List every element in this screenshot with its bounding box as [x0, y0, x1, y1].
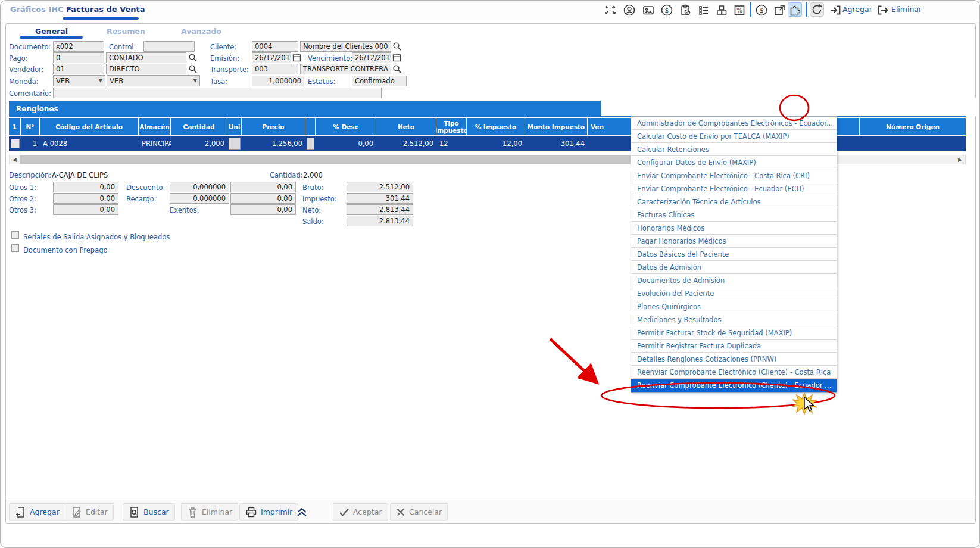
vendedor-search-icon[interactable]: [188, 64, 198, 74]
grid-col-header-blank[interactable]: [305, 118, 316, 135]
menu-item[interactable]: Documentos de Admisión: [631, 274, 837, 287]
transporte-code-input[interactable]: 003: [252, 64, 298, 74]
menu-item[interactable]: Pagar Honorarios Médicos: [631, 235, 837, 248]
pago-code-input[interactable]: 0: [53, 52, 104, 63]
grid-col-header-sel[interactable]: 1: [9, 118, 21, 135]
row-cell-almacen[interactable]: PRINCIPAL: [139, 136, 171, 151]
row-cell-num[interactable]: 1: [21, 136, 40, 151]
grid-col-header-codigo[interactable]: Código del Artículo: [40, 118, 139, 135]
row-select-checkbox[interactable]: [9, 136, 21, 151]
menu-item[interactable]: Reenviar Comprobante Electrónico (Client…: [631, 379, 837, 392]
grid-col-header-tipo[interactable]: Tipo Impuesto: [436, 118, 467, 135]
vendedor-code-input[interactable]: 01: [53, 64, 104, 74]
row-cell-pct[interactable]: 12,00: [467, 136, 525, 151]
menu-item[interactable]: Planes Quirúrgicos: [631, 300, 837, 313]
remove-row-icon[interactable]: [876, 3, 890, 17]
seriales-checkbox[interactable]: [11, 231, 19, 239]
transporte-name-input[interactable]: TRANSPORTE CONTRERA: [300, 64, 391, 74]
eliminar-button[interactable]: Eliminar: [181, 503, 238, 521]
menu-item[interactable]: Honorarios Médicos: [631, 222, 837, 235]
recargo-factor-input[interactable]: 0,000000: [170, 193, 229, 204]
row-cell-precio[interactable]: 1.256,00: [242, 136, 305, 151]
image-icon[interactable]: [641, 3, 656, 17]
add-row-icon[interactable]: [828, 3, 842, 17]
pago-name-input[interactable]: CONTADO: [106, 52, 186, 63]
menu-item[interactable]: Evolución del Paciente: [631, 287, 837, 300]
otros2-input[interactable]: 0,00: [53, 193, 118, 204]
menu-item[interactable]: Caracterización Técnica de Artículos: [631, 195, 837, 208]
grid-col-header-origen[interactable]: Número Origen: [860, 118, 966, 135]
menu-item[interactable]: Calcular Costo de Envío por TEALCA (MAXI…: [631, 130, 837, 143]
tab-graficos-ihc[interactable]: Gráficos IHC: [10, 5, 64, 14]
refresh-icon[interactable]: [810, 2, 824, 17]
menu-item[interactable]: Detalles Renglones Cotizaciones (PRNW): [631, 353, 837, 366]
imprimir-button[interactable]: Imprimir: [239, 503, 298, 521]
row-cell-tipo[interactable]: 12: [436, 136, 467, 151]
menu-item[interactable]: Datos de Admisión: [631, 261, 837, 274]
grid-eliminar-label[interactable]: Eliminar: [891, 5, 922, 14]
grid-col-header-almacen[interactable]: Almacén: [139, 118, 171, 135]
row-cell-origen[interactable]: [860, 136, 966, 151]
grid-col-header-desc[interactable]: % Desc: [316, 118, 376, 135]
cliente-name-input[interactable]: Nombre del Clientes 000: [300, 41, 391, 52]
transporte-search-icon[interactable]: [392, 64, 402, 74]
editar-button[interactable]: Editar: [65, 503, 114, 521]
scroll-left-icon[interactable]: ◀: [10, 156, 19, 164]
clipboard-check-icon[interactable]: [678, 3, 692, 17]
moneda-select-1[interactable]: VEB ▼: [53, 75, 105, 86]
cancelar-button[interactable]: Cancelar: [390, 503, 448, 521]
otros1-input[interactable]: 0,00: [53, 182, 118, 192]
grid-col-header-pct[interactable]: % Impuesto: [467, 118, 525, 135]
tab-facturas-de-venta[interactable]: Facturas de Venta: [66, 5, 145, 14]
row-uni-button[interactable]: [227, 136, 242, 151]
percent-calc-icon[interactable]: %: [732, 3, 747, 17]
row-checkbox[interactable]: [11, 139, 20, 148]
pago-search-icon[interactable]: [188, 53, 198, 63]
list-icon[interactable]: [697, 3, 711, 17]
grid-col-header-uni[interactable]: Uni: [227, 118, 242, 135]
money-icon[interactable]: $: [660, 3, 674, 17]
grid-col-header-precio[interactable]: Precio: [242, 118, 305, 135]
moneda-select-2[interactable]: VEB ▼: [107, 75, 200, 86]
collapse-toolbar-button[interactable]: [293, 503, 311, 521]
prepago-checkbox[interactable]: [11, 244, 19, 252]
subtab-general[interactable]: General: [35, 27, 68, 36]
emision-calendar-icon[interactable]: [292, 53, 302, 63]
row-cell-desc[interactable]: 0,00: [316, 136, 376, 151]
cliente-search-icon[interactable]: [392, 42, 402, 51]
resize-arrows-icon[interactable]: [603, 3, 617, 17]
descuento-factor-input[interactable]: 0,000000: [170, 182, 229, 192]
menu-item[interactable]: Facturas Clínicas: [631, 208, 837, 222]
grid-agregar-label[interactable]: Agregar: [842, 5, 872, 14]
vencimiento-calendar-icon[interactable]: [392, 53, 402, 63]
vendedor-name-input[interactable]: DIRECTO: [106, 64, 186, 74]
scroll-right-icon[interactable]: ▶: [956, 156, 965, 164]
menu-item[interactable]: Permitir Facturar Stock de Seguridad (MA…: [631, 326, 837, 340]
row-blank-button[interactable]: [305, 136, 316, 151]
buscar-button[interactable]: Buscar: [123, 503, 175, 521]
row-cell-cantidad[interactable]: 2,000: [171, 136, 227, 151]
emision-input[interactable]: 26/12/2019: [252, 52, 291, 63]
row-cell-neto[interactable]: 2.512,00: [376, 136, 436, 151]
cell-button[interactable]: [307, 138, 314, 150]
menu-item[interactable]: Configurar Datos de Envío (MAXIP): [631, 156, 837, 169]
menu-item[interactable]: Calcular Retenciones: [631, 143, 837, 156]
external-link-icon[interactable]: [772, 3, 787, 17]
menu-item[interactable]: Administrador de Comprobantes Electrónic…: [631, 117, 837, 130]
recargo-monto-input[interactable]: 0,00: [230, 193, 296, 204]
menu-item[interactable]: Enviar Comprobante Electrónico - Ecuador…: [631, 182, 837, 195]
menu-item[interactable]: Reenviar Comprobante Electrónico (Client…: [631, 366, 837, 379]
menu-item[interactable]: Enviar Comprobante Electrónico - Costa R…: [631, 169, 837, 182]
row-cell-codigo[interactable]: A-0028: [40, 136, 139, 151]
grid-col-header-monto[interactable]: Monto Impuesto: [525, 118, 588, 135]
agregar-button[interactable]: Agregar: [9, 503, 65, 521]
puzzle-plugin-icon[interactable]: [788, 2, 802, 17]
otros3-input[interactable]: 0,00: [53, 204, 118, 215]
documento-input[interactable]: x002: [53, 41, 104, 52]
comentario-input[interactable]: [53, 88, 382, 98]
menu-item[interactable]: Permitir Registrar Factura Duplicada: [631, 340, 837, 353]
subtab-avanzado[interactable]: Avanzado: [181, 27, 221, 36]
money2-icon[interactable]: $: [754, 3, 769, 17]
scrollbar-thumb[interactable]: [20, 155, 725, 164]
grid-col-header-num[interactable]: N°: [21, 118, 40, 135]
